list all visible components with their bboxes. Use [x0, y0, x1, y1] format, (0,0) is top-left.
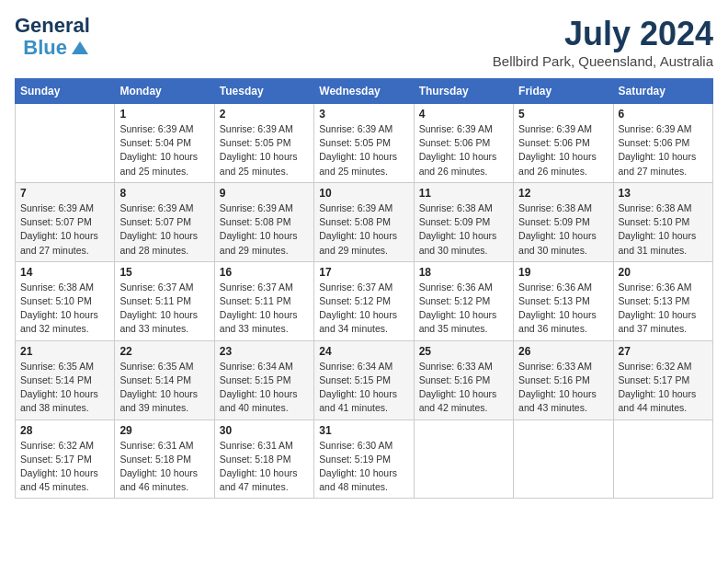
calendar-header-row: SundayMondayTuesdayWednesdayThursdayFrid… [16, 79, 713, 104]
calendar-cell: 6Sunrise: 6:39 AM Sunset: 5:06 PM Daylig… [613, 104, 712, 183]
calendar-cell: 4Sunrise: 6:39 AM Sunset: 5:06 PM Daylig… [414, 104, 513, 183]
calendar-subtitle: Bellbird Park, Queensland, Australia [493, 53, 713, 69]
calendar-cell: 5Sunrise: 6:39 AM Sunset: 5:06 PM Daylig… [514, 104, 613, 183]
calendar-week-4: 21Sunrise: 6:35 AM Sunset: 5:14 PM Dayli… [16, 340, 713, 419]
day-number: 26 [518, 345, 608, 358]
calendar-week-5: 28Sunrise: 6:32 AM Sunset: 5:17 PM Dayli… [16, 419, 713, 499]
day-detail: Sunrise: 6:39 AM Sunset: 5:07 PM Dayligh… [20, 201, 109, 258]
calendar-cell: 25Sunrise: 6:33 AM Sunset: 5:16 PM Dayli… [414, 340, 513, 419]
day-number: 20 [619, 266, 708, 279]
calendar-cell: 9Sunrise: 6:39 AM Sunset: 5:08 PM Daylig… [214, 182, 313, 261]
calendar-cell: 10Sunrise: 6:39 AM Sunset: 5:08 PM Dayli… [314, 182, 414, 261]
day-number: 24 [319, 345, 408, 358]
calendar-cell: 30Sunrise: 6:31 AM Sunset: 5:18 PM Dayli… [214, 419, 313, 499]
day-detail: Sunrise: 6:39 AM Sunset: 5:08 PM Dayligh… [319, 201, 408, 258]
calendar-cell: 21Sunrise: 6:35 AM Sunset: 5:14 PM Dayli… [16, 340, 115, 419]
day-number: 14 [20, 266, 109, 279]
calendar-cell: 15Sunrise: 6:37 AM Sunset: 5:11 PM Dayli… [115, 261, 214, 340]
day-detail: Sunrise: 6:35 AM Sunset: 5:14 PM Dayligh… [119, 360, 209, 416]
day-detail: Sunrise: 6:31 AM Sunset: 5:18 PM Dayligh… [220, 439, 309, 495]
day-number: 23 [220, 345, 309, 358]
calendar-cell: 23Sunrise: 6:34 AM Sunset: 5:15 PM Dayli… [214, 340, 313, 419]
day-detail: Sunrise: 6:33 AM Sunset: 5:16 PM Dayligh… [518, 360, 608, 416]
calendar-cell: 16Sunrise: 6:37 AM Sunset: 5:11 PM Dayli… [214, 261, 313, 340]
weekday-header-friday: Friday [514, 79, 613, 104]
calendar-cell: 24Sunrise: 6:34 AM Sunset: 5:15 PM Dayli… [314, 340, 414, 419]
day-detail: Sunrise: 6:30 AM Sunset: 5:19 PM Dayligh… [319, 439, 408, 495]
day-number: 3 [319, 108, 408, 121]
weekday-header-sunday: Sunday [16, 79, 115, 104]
calendar-cell: 28Sunrise: 6:32 AM Sunset: 5:17 PM Dayli… [16, 419, 115, 499]
calendar-title: July 2024 [493, 15, 713, 53]
calendar-cell: 14Sunrise: 6:38 AM Sunset: 5:10 PM Dayli… [16, 261, 115, 340]
day-detail: Sunrise: 6:38 AM Sunset: 5:09 PM Dayligh… [518, 201, 608, 258]
day-detail: Sunrise: 6:39 AM Sunset: 5:05 PM Dayligh… [319, 122, 408, 178]
day-number: 6 [619, 108, 708, 121]
calendar-cell: 3Sunrise: 6:39 AM Sunset: 5:05 PM Daylig… [314, 104, 414, 183]
calendar-cell: 18Sunrise: 6:36 AM Sunset: 5:12 PM Dayli… [414, 261, 513, 340]
weekday-header-wednesday: Wednesday [314, 79, 414, 104]
calendar-cell: 2Sunrise: 6:39 AM Sunset: 5:05 PM Daylig… [214, 104, 313, 183]
day-detail: Sunrise: 6:36 AM Sunset: 5:13 PM Dayligh… [518, 281, 608, 337]
day-detail: Sunrise: 6:32 AM Sunset: 5:17 PM Dayligh… [619, 360, 708, 416]
day-detail: Sunrise: 6:39 AM Sunset: 5:07 PM Dayligh… [119, 201, 209, 258]
weekday-header-saturday: Saturday [613, 79, 712, 104]
calendar-cell: 7Sunrise: 6:39 AM Sunset: 5:07 PM Daylig… [16, 182, 115, 261]
day-number: 27 [619, 345, 708, 358]
calendar-cell: 29Sunrise: 6:31 AM Sunset: 5:18 PM Dayli… [115, 419, 214, 499]
calendar-cell: 19Sunrise: 6:36 AM Sunset: 5:13 PM Dayli… [514, 261, 613, 340]
day-number: 15 [119, 266, 209, 279]
calendar-cell: 26Sunrise: 6:33 AM Sunset: 5:16 PM Dayli… [514, 340, 613, 419]
logo-icon [70, 38, 90, 58]
day-detail: Sunrise: 6:32 AM Sunset: 5:17 PM Dayligh… [20, 439, 109, 495]
calendar-cell: 1Sunrise: 6:39 AM Sunset: 5:04 PM Daylig… [115, 104, 214, 183]
calendar-cell: 20Sunrise: 6:36 AM Sunset: 5:13 PM Dayli… [613, 261, 712, 340]
day-detail: Sunrise: 6:35 AM Sunset: 5:14 PM Dayligh… [20, 360, 109, 416]
calendar-cell [414, 419, 513, 499]
day-detail: Sunrise: 6:39 AM Sunset: 5:06 PM Dayligh… [619, 122, 708, 178]
day-number: 18 [419, 266, 508, 279]
logo-text-blue: Blue [23, 37, 67, 59]
weekday-header-monday: Monday [115, 79, 214, 104]
day-detail: Sunrise: 6:34 AM Sunset: 5:15 PM Dayligh… [319, 360, 408, 416]
calendar-week-2: 7Sunrise: 6:39 AM Sunset: 5:07 PM Daylig… [16, 182, 713, 261]
day-number: 5 [518, 108, 608, 121]
page-header: General Blue July 2024 Bellbird Park, Qu… [15, 15, 713, 69]
day-detail: Sunrise: 6:37 AM Sunset: 5:11 PM Dayligh… [220, 281, 309, 337]
day-detail: Sunrise: 6:39 AM Sunset: 5:08 PM Dayligh… [220, 201, 309, 258]
day-detail: Sunrise: 6:38 AM Sunset: 5:10 PM Dayligh… [20, 281, 109, 337]
day-number: 11 [419, 187, 508, 200]
day-number: 12 [518, 187, 608, 200]
calendar-cell: 8Sunrise: 6:39 AM Sunset: 5:07 PM Daylig… [115, 182, 214, 261]
day-number: 17 [319, 266, 408, 279]
day-detail: Sunrise: 6:38 AM Sunset: 5:09 PM Dayligh… [419, 201, 508, 258]
calendar-table: SundayMondayTuesdayWednesdayThursdayFrid… [15, 78, 713, 499]
day-number: 21 [20, 345, 109, 358]
day-detail: Sunrise: 6:39 AM Sunset: 5:06 PM Dayligh… [419, 122, 508, 178]
calendar-cell: 13Sunrise: 6:38 AM Sunset: 5:10 PM Dayli… [613, 182, 712, 261]
calendar-cell: 17Sunrise: 6:37 AM Sunset: 5:12 PM Dayli… [314, 261, 414, 340]
calendar-cell: 22Sunrise: 6:35 AM Sunset: 5:14 PM Dayli… [115, 340, 214, 419]
day-detail: Sunrise: 6:36 AM Sunset: 5:12 PM Dayligh… [419, 281, 508, 337]
day-detail: Sunrise: 6:34 AM Sunset: 5:15 PM Dayligh… [220, 360, 309, 416]
day-detail: Sunrise: 6:31 AM Sunset: 5:18 PM Dayligh… [119, 439, 209, 495]
day-detail: Sunrise: 6:39 AM Sunset: 5:06 PM Dayligh… [518, 122, 608, 178]
day-number: 9 [220, 187, 309, 200]
calendar-cell [514, 419, 613, 499]
calendar-cell [16, 104, 115, 183]
day-number: 22 [119, 345, 209, 358]
day-number: 28 [20, 424, 109, 437]
day-number: 19 [518, 266, 608, 279]
day-number: 7 [20, 187, 109, 200]
calendar-cell [613, 419, 712, 499]
day-number: 29 [119, 424, 209, 437]
day-number: 30 [220, 424, 309, 437]
calendar-cell: 31Sunrise: 6:30 AM Sunset: 5:19 PM Dayli… [314, 419, 414, 499]
day-number: 8 [119, 187, 209, 200]
calendar-week-1: 1Sunrise: 6:39 AM Sunset: 5:04 PM Daylig… [16, 104, 713, 183]
calendar-cell: 11Sunrise: 6:38 AM Sunset: 5:09 PM Dayli… [414, 182, 513, 261]
logo: General Blue [15, 15, 90, 59]
day-detail: Sunrise: 6:38 AM Sunset: 5:10 PM Dayligh… [619, 201, 708, 258]
day-number: 2 [220, 108, 309, 121]
calendar-cell: 12Sunrise: 6:38 AM Sunset: 5:09 PM Dayli… [514, 182, 613, 261]
